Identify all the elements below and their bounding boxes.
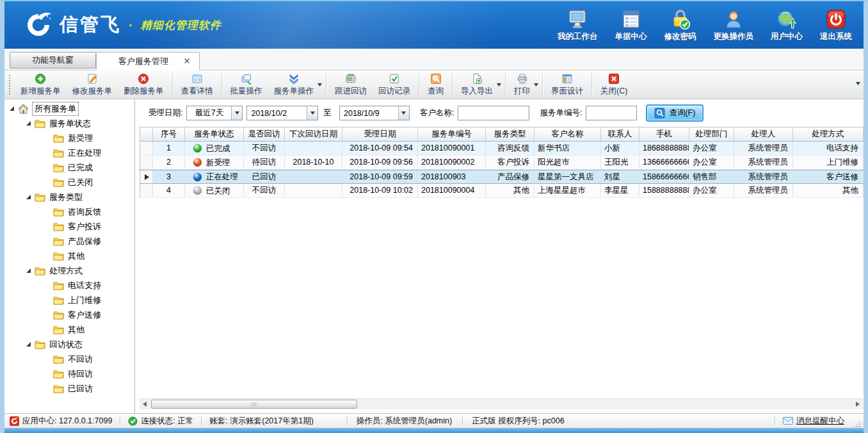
dropdown-arrow-icon[interactable] [317,83,322,86]
scroll-right-icon[interactable] [853,400,863,409]
tree-node-leaf-2-3[interactable]: 其他 [4,322,134,337]
toolbar-add[interactable]: 新增服务单 [15,72,67,98]
header-action-user-center[interactable]: 用户中心 [771,8,803,42]
toolbar-service-ops[interactable]: 服务单操作 [268,72,320,98]
folder-icon [53,134,64,143]
message-center-link[interactable]: 消息提醒中心 [783,416,844,427]
tree-node-group-2[interactable]: 处理方式 [4,263,134,278]
dropdown-arrow-icon[interactable] [534,83,538,86]
column-header-dept[interactable]: 处理部门 [689,127,734,142]
expander-icon [25,120,31,126]
toolbar-overflow-icon[interactable] [856,76,860,88]
cell-next [285,142,342,156]
cell-contact: 李星星 [601,184,639,198]
column-header-phone[interactable]: 手机 [639,127,689,142]
header-action-switch-user[interactable]: 更换操作员 [714,8,754,42]
header-action-documents[interactable]: 单据中心 [615,8,647,42]
tree-node-label: 其他 [68,250,84,262]
column-header-revisit[interactable]: 是否回访 [244,127,285,142]
scroll-left-icon[interactable] [140,400,150,409]
toolbar-details[interactable]: 查看详情 [175,72,219,98]
cell-handler: 系统管理员 [734,170,793,183]
column-header-status[interactable]: 服务单状态 [185,127,244,142]
tree-children: 新受理正在处理已完成已关闭 [4,131,134,190]
search-orange-icon [430,73,442,85]
customer-name-input[interactable] [458,106,529,120]
column-header-handler[interactable]: 处理人 [734,127,793,142]
folder-icon [53,384,64,393]
toolbar-search-orange[interactable]: 查询 [422,72,449,98]
tree-node-leaf-2-1[interactable]: 上门维修 [4,293,134,307]
app-window: 信管飞 · 精细化管理软件 我的工作台单据中心修改密码更换操作员用户中心退出系统… [0,0,868,433]
tree-node-leaf-2-0[interactable]: 电话支持 [4,278,134,293]
toolbar-batch[interactable]: 批量操作 [225,72,268,98]
service-ops-icon [288,73,300,85]
column-header-accept[interactable]: 受理日期 [342,127,418,142]
tree-node-leaf-3-1[interactable]: 待回访 [4,366,134,381]
toolbar-import-export[interactable]: 导入导出 [455,72,499,98]
header-action-password[interactable]: 修改密码 [664,8,696,42]
customer-name-label: 客户名称: [420,108,454,118]
column-header-type[interactable]: 服务类型 [486,127,534,142]
tree-node-leaf-1-3[interactable]: 其他 [4,249,134,263]
date-preset-select[interactable]: 最近7天 [186,106,243,120]
header-action-label: 更换操作员 [714,31,754,42]
toolbar-visit-record[interactable]: 回访记录 [373,72,416,98]
horizontal-scrollbar[interactable] [140,398,863,409]
toolbar-close-red[interactable]: 关闭(C) [595,72,633,98]
tree-node-leaf-3-0[interactable]: 不回访 [4,352,134,366]
tree-node-group-3[interactable]: 回访状态 [4,337,134,352]
tab-close-icon[interactable] [184,57,190,66]
tree-node-leaf-0-0[interactable]: 新受理 [4,131,134,145]
date-to-select[interactable]: 2018/10/9 [339,106,410,120]
toolbar-separator [326,73,326,96]
tree-node-leaf-3-2[interactable]: 已回访 [4,381,134,396]
table-row-1[interactable]: 1已完成不回访2018-10-09 09:54201810090001咨询反馈新… [140,142,864,156]
table-row-4[interactable]: 4已关闭不回访2018-10-09 10:02201810090004其他上海星… [140,184,864,198]
table-row-3[interactable]: 3正在处理已回访2018-10-09 09:592018100903产品保修星星… [140,170,864,184]
workbench-icon [567,8,588,31]
tree-node-leaf-1-0[interactable]: 咨询反馈 [4,204,134,219]
print-icon [517,73,528,85]
toolbar-edit[interactable]: 修改服务单 [67,72,118,98]
tree-node-leaf-0-2[interactable]: 已完成 [4,160,134,175]
tree-node-root[interactable]: 所有服务单 [4,101,134,116]
tab-0[interactable]: 功能导航窗 [10,52,96,69]
tab-1[interactable]: 客户服务管理 [96,52,200,70]
table-row-2[interactable]: 2新受理待回访2018-10-102018-10-09 09:562018100… [140,156,864,170]
column-header-contact[interactable]: 联系人 [601,127,639,142]
search-button[interactable]: 查询(F) [646,104,703,122]
tree-node-leaf-0-1[interactable]: 正在处理 [4,145,134,160]
tree-node-leaf-0-3[interactable]: 已关闭 [4,175,134,190]
folder-icon [53,237,64,246]
dropdown-arrow-icon[interactable] [497,83,501,86]
tree-node-leaf-1-2[interactable]: 产品保修 [4,234,134,249]
column-header-next[interactable]: 下次回访日期 [285,127,342,142]
tree-children: 电话支持上门维修客户送修其他 [4,278,134,337]
column-header-label: 服务类型 [494,129,526,138]
toolbar-print[interactable]: 打印 [508,72,536,98]
header-action-exit[interactable]: 退出系统 [820,8,852,42]
resize-grip[interactable] [853,420,861,428]
status-items: 应用中心: 127.0.0.1:7099连接状态: 正常账套: 演示账套(201… [10,416,565,427]
tree-node-group-0[interactable]: 服务单状态 [4,116,134,131]
date-from-select[interactable]: 2018/10/2 [246,106,318,120]
toolbar-ui-design[interactable]: 界面设计 [545,72,589,98]
scrollbar-thumb[interactable] [151,400,357,409]
column-header-label: 是否回访 [248,129,280,138]
toolbar-drag-handle[interactable] [8,74,12,95]
column-header-customer[interactable]: 客户名称 [534,127,601,142]
cell-next: 2018-10-10 [285,156,342,170]
toolbar-follow-visit[interactable]: 跟进回访 [329,72,373,98]
tree-node-leaf-1-1[interactable]: 客户投诉 [4,219,134,234]
toolbar-delete[interactable]: 删除服务单 [118,72,170,98]
tree-node-leaf-2-2[interactable]: 客户送修 [4,307,134,322]
column-header-method[interactable]: 处理方式 [793,127,864,142]
tree-node-label: 所有服务单 [33,102,78,115]
tree-node-group-1[interactable]: 服务类型 [4,190,134,204]
column-header-orderno[interactable]: 服务单编号 [418,127,486,142]
window-bottom-edge [4,428,864,433]
header-action-workbench[interactable]: 我的工作台 [558,8,598,42]
column-header-seq[interactable]: 序号 [153,127,185,142]
order-no-input[interactable] [586,106,637,120]
